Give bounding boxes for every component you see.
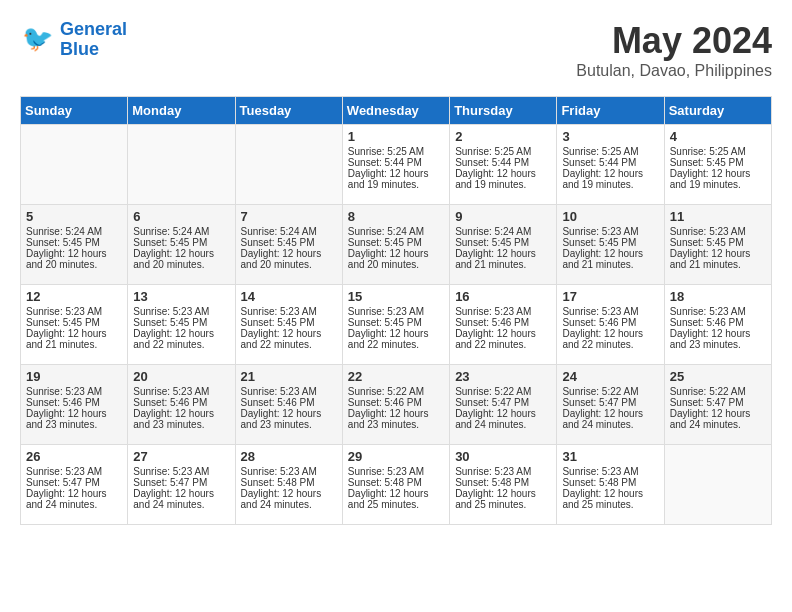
day-info-line: Sunset: 5:48 PM (455, 477, 551, 488)
day-info-line: Daylight: 12 hours (241, 328, 337, 339)
day-info-line: Sunset: 5:47 PM (455, 397, 551, 408)
day-info-line: Sunset: 5:45 PM (670, 157, 766, 168)
calendar-cell (664, 445, 771, 525)
day-number: 17 (562, 289, 658, 304)
day-info-line: and 23 minutes. (348, 419, 444, 430)
day-info-line: Sunrise: 5:22 AM (455, 386, 551, 397)
day-info-line: Sunset: 5:45 PM (241, 237, 337, 248)
calendar-cell: 14Sunrise: 5:23 AMSunset: 5:45 PMDayligh… (235, 285, 342, 365)
day-info-line: Sunrise: 5:24 AM (348, 226, 444, 237)
calendar-cell (128, 125, 235, 205)
day-info-line: Sunrise: 5:23 AM (133, 466, 229, 477)
day-number: 12 (26, 289, 122, 304)
day-info-line: Daylight: 12 hours (26, 408, 122, 419)
day-info-line: Daylight: 12 hours (348, 328, 444, 339)
day-info-line: Sunset: 5:45 PM (26, 317, 122, 328)
calendar-week-row: 5Sunrise: 5:24 AMSunset: 5:45 PMDaylight… (21, 205, 772, 285)
day-info-line: Sunrise: 5:25 AM (670, 146, 766, 157)
day-info-line: Sunset: 5:46 PM (133, 397, 229, 408)
day-info-line: Sunset: 5:44 PM (562, 157, 658, 168)
day-info-line: and 21 minutes. (455, 259, 551, 270)
day-info-line: Sunrise: 5:23 AM (670, 306, 766, 317)
svg-text:🐦: 🐦 (22, 23, 54, 54)
calendar-cell: 24Sunrise: 5:22 AMSunset: 5:47 PMDayligh… (557, 365, 664, 445)
day-info-line: Sunrise: 5:24 AM (455, 226, 551, 237)
day-info-line: and 23 minutes. (241, 419, 337, 430)
day-info-line: Daylight: 12 hours (670, 328, 766, 339)
day-info-line: Sunset: 5:44 PM (348, 157, 444, 168)
day-info-line: Sunset: 5:48 PM (241, 477, 337, 488)
day-info-line: Sunrise: 5:23 AM (241, 466, 337, 477)
day-number: 22 (348, 369, 444, 384)
day-number: 27 (133, 449, 229, 464)
day-number: 2 (455, 129, 551, 144)
day-info-line: Sunset: 5:47 PM (26, 477, 122, 488)
day-number: 28 (241, 449, 337, 464)
day-number: 13 (133, 289, 229, 304)
calendar-cell: 2Sunrise: 5:25 AMSunset: 5:44 PMDaylight… (450, 125, 557, 205)
day-number: 11 (670, 209, 766, 224)
day-info-line: and 21 minutes. (26, 339, 122, 350)
day-info-line: and 25 minutes. (348, 499, 444, 510)
day-info-line: Daylight: 12 hours (133, 248, 229, 259)
day-info-line: Sunrise: 5:25 AM (562, 146, 658, 157)
calendar-cell: 6Sunrise: 5:24 AMSunset: 5:45 PMDaylight… (128, 205, 235, 285)
day-header-tuesday: Tuesday (235, 97, 342, 125)
day-info-line: Sunrise: 5:23 AM (562, 466, 658, 477)
day-info-line: Sunrise: 5:24 AM (26, 226, 122, 237)
day-info-line: Sunrise: 5:24 AM (133, 226, 229, 237)
calendar-table: SundayMondayTuesdayWednesdayThursdayFrid… (20, 96, 772, 525)
day-info-line: Daylight: 12 hours (26, 328, 122, 339)
day-info-line: Daylight: 12 hours (562, 248, 658, 259)
day-info-line: and 24 minutes. (241, 499, 337, 510)
day-info-line: Sunrise: 5:23 AM (348, 466, 444, 477)
day-info-line: and 23 minutes. (26, 419, 122, 430)
day-info-line: and 20 minutes. (348, 259, 444, 270)
day-number: 29 (348, 449, 444, 464)
calendar-cell: 1Sunrise: 5:25 AMSunset: 5:44 PMDaylight… (342, 125, 449, 205)
calendar-cell: 7Sunrise: 5:24 AMSunset: 5:45 PMDaylight… (235, 205, 342, 285)
day-info-line: Sunrise: 5:23 AM (455, 466, 551, 477)
day-info-line: Daylight: 12 hours (455, 328, 551, 339)
day-info-line: and 23 minutes. (670, 339, 766, 350)
day-info-line: Daylight: 12 hours (133, 328, 229, 339)
day-info-line: Daylight: 12 hours (348, 488, 444, 499)
calendar-cell: 21Sunrise: 5:23 AMSunset: 5:46 PMDayligh… (235, 365, 342, 445)
day-info-line: Sunrise: 5:23 AM (26, 466, 122, 477)
day-info-line: Daylight: 12 hours (562, 408, 658, 419)
day-number: 30 (455, 449, 551, 464)
day-info-line: Sunrise: 5:25 AM (348, 146, 444, 157)
day-info-line: and 19 minutes. (455, 179, 551, 190)
day-info-line: Daylight: 12 hours (455, 168, 551, 179)
day-info-line: Sunrise: 5:23 AM (562, 306, 658, 317)
day-info-line: and 22 minutes. (562, 339, 658, 350)
day-info-line: Sunrise: 5:25 AM (455, 146, 551, 157)
day-info-line: and 20 minutes. (241, 259, 337, 270)
day-number: 23 (455, 369, 551, 384)
calendar-cell: 11Sunrise: 5:23 AMSunset: 5:45 PMDayligh… (664, 205, 771, 285)
calendar-cell: 19Sunrise: 5:23 AMSunset: 5:46 PMDayligh… (21, 365, 128, 445)
day-info-line: Sunset: 5:45 PM (670, 237, 766, 248)
day-number: 1 (348, 129, 444, 144)
day-info-line: Sunrise: 5:22 AM (348, 386, 444, 397)
day-info-line: Daylight: 12 hours (348, 248, 444, 259)
calendar-cell: 9Sunrise: 5:24 AMSunset: 5:45 PMDaylight… (450, 205, 557, 285)
day-info-line: Daylight: 12 hours (348, 408, 444, 419)
day-number: 15 (348, 289, 444, 304)
day-info-line: Sunset: 5:46 PM (455, 317, 551, 328)
day-info-line: Sunset: 5:44 PM (455, 157, 551, 168)
day-info-line: Sunrise: 5:23 AM (562, 226, 658, 237)
day-number: 14 (241, 289, 337, 304)
calendar-cell: 26Sunrise: 5:23 AMSunset: 5:47 PMDayligh… (21, 445, 128, 525)
day-info-line: Daylight: 12 hours (562, 488, 658, 499)
calendar-week-row: 12Sunrise: 5:23 AMSunset: 5:45 PMDayligh… (21, 285, 772, 365)
day-info-line: and 25 minutes. (562, 499, 658, 510)
calendar-cell: 27Sunrise: 5:23 AMSunset: 5:47 PMDayligh… (128, 445, 235, 525)
day-info-line: Daylight: 12 hours (455, 408, 551, 419)
day-info-line: and 22 minutes. (241, 339, 337, 350)
day-number: 3 (562, 129, 658, 144)
calendar-cell: 23Sunrise: 5:22 AMSunset: 5:47 PMDayligh… (450, 365, 557, 445)
day-info-line: Daylight: 12 hours (26, 248, 122, 259)
calendar-cell: 30Sunrise: 5:23 AMSunset: 5:48 PMDayligh… (450, 445, 557, 525)
day-info-line: and 24 minutes. (133, 499, 229, 510)
